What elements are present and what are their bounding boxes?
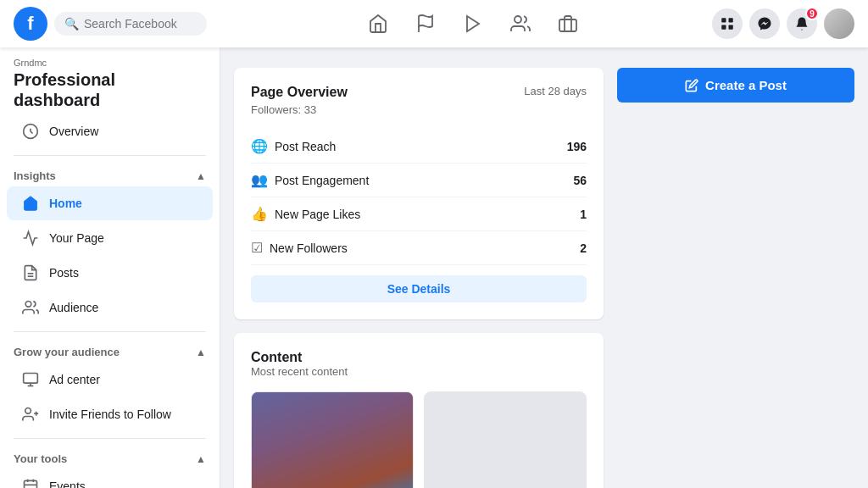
top-nav-right: 9 — [712, 8, 854, 39]
stat-post-engagement: 👥 Post Engagement 56 — [251, 164, 587, 197]
stat-left: 👥 Post Engagement — [251, 172, 369, 188]
content-grid: Posts See Posts Ads See Ads — [251, 391, 587, 488]
sidebar-item-overview[interactable]: Overview — [7, 114, 213, 148]
grow-section-label: Grow your audience — [14, 346, 120, 358]
insights-section-header[interactable]: Insights ▲ — [0, 163, 220, 186]
grow-section-header[interactable]: Grow your audience ▲ — [0, 339, 220, 362]
stat-left: ☑ New Followers — [251, 240, 348, 256]
top-nav-left: f 🔍 — [14, 7, 234, 41]
stat-new-followers: ☑ New Followers 2 — [251, 231, 587, 265]
card-header: Page Overview Last 28 days — [251, 85, 587, 100]
edit-icon — [685, 79, 698, 92]
nav-people-icon[interactable] — [500, 3, 541, 44]
svg-rect-3 — [559, 19, 576, 31]
overview-label: Overview — [49, 125, 98, 138]
sidebar-item-adcenter[interactable]: Ad center — [7, 363, 213, 396]
posts-thumbnail — [252, 392, 413, 488]
grow-chevron-icon: ▲ — [196, 347, 206, 358]
svg-marker-1 — [467, 16, 479, 31]
sidebar-item-audience[interactable]: Audience — [7, 291, 213, 324]
svg-point-15 — [25, 408, 31, 414]
sidebar-item-invitefriends[interactable]: Invite Friends to Follow — [7, 397, 213, 431]
posts-thumbnail-image — [252, 392, 413, 488]
followers-count: Followers: 33 — [251, 103, 587, 116]
stat-post-reach: 🌐 Post Reach 196 — [251, 130, 587, 164]
svg-point-11 — [25, 302, 31, 308]
svg-rect-4 — [721, 18, 726, 22]
nav-store-icon[interactable] — [548, 3, 588, 44]
insights-chevron-icon: ▲ — [196, 170, 206, 182]
yourpage-label: Your Page — [49, 231, 104, 245]
invitefriends-label: Invite Friends to Follow — [49, 408, 171, 421]
post-engagement-value: 56 — [573, 174, 587, 187]
grid-button[interactable] — [712, 8, 743, 39]
posts-icon — [20, 263, 41, 283]
search-bar[interactable]: 🔍 — [54, 12, 207, 36]
stat-page-likes: 👍 New Page Likes 1 — [251, 197, 587, 231]
tools-divider — [14, 438, 206, 439]
page-likes-label: New Page Likes — [275, 208, 360, 221]
ads-thumbnail — [425, 392, 586, 488]
page-overview-card: Page Overview Last 28 days Followers: 33… — [234, 68, 604, 319]
invitefriends-icon — [20, 404, 41, 424]
people-icon: 👥 — [251, 172, 268, 188]
date-range: Last 28 days — [524, 85, 587, 97]
stat-left: 🌐 Post Reach — [251, 138, 336, 154]
adcenter-label: Ad center — [49, 373, 100, 386]
post-reach-label: Post Reach — [275, 140, 336, 153]
post-reach-value: 196 — [567, 140, 587, 153]
facebook-logo[interactable]: f — [14, 7, 47, 41]
tools-section-label: Your tools — [14, 452, 67, 465]
content-card: Content Most recent content Posts See Po… — [234, 333, 604, 488]
sidebar-item-home[interactable]: Home — [7, 186, 213, 220]
check-icon: ☑ — [251, 240, 263, 256]
nav-flag-icon[interactable] — [405, 3, 446, 44]
main-content: Page Overview Last 28 days Followers: 33… — [220, 47, 868, 488]
tools-section-header[interactable]: Your tools ▲ — [0, 446, 220, 469]
yourpage-icon — [20, 228, 41, 248]
home-label: Home — [49, 197, 82, 210]
svg-rect-12 — [24, 374, 38, 384]
notifications-button[interactable]: 9 — [787, 8, 817, 39]
notification-badge: 9 — [805, 7, 819, 20]
create-post-button[interactable]: Create a Post — [617, 68, 854, 103]
search-input[interactable] — [84, 17, 197, 30]
post-engagement-label: Post Engagement — [275, 174, 369, 187]
svg-rect-7 — [729, 25, 733, 30]
avatar[interactable] — [824, 8, 854, 39]
sidebar-item-posts[interactable]: Posts — [7, 256, 213, 290]
create-post-label: Create a Post — [705, 78, 787, 92]
globe-icon: 🌐 — [251, 138, 268, 154]
svg-rect-5 — [729, 18, 733, 22]
main-right: Create a Post — [617, 68, 854, 468]
sidebar-item-events[interactable]: Events — [7, 469, 213, 488]
nav-home-icon[interactable] — [358, 3, 398, 44]
page-name: Grndmc — [14, 58, 206, 68]
adcenter-icon — [20, 369, 41, 390]
sidebar-item-yourpage[interactable]: Your Page — [7, 221, 213, 255]
audience-label: Audience — [49, 301, 98, 314]
thumbsup-icon: 👍 — [251, 206, 268, 222]
nav-video-icon[interactable] — [453, 3, 493, 44]
home-icon — [20, 193, 41, 214]
sidebar: Grndmc Professional dashboard Overview I… — [0, 47, 220, 488]
messenger-button[interactable] — [749, 8, 780, 39]
new-followers-label: New Followers — [270, 241, 348, 255]
see-details-button[interactable]: See Details — [251, 275, 587, 302]
audience-icon — [20, 297, 41, 318]
insights-divider — [14, 155, 206, 156]
svg-point-2 — [515, 16, 521, 23]
svg-rect-6 — [721, 25, 726, 30]
overview-icon — [20, 121, 41, 141]
content-subtitle: Most recent content — [251, 365, 587, 378]
main-layout: Grndmc Professional dashboard Overview I… — [0, 47, 868, 488]
content-posts-item[interactable]: Posts See Posts — [251, 391, 414, 488]
content-ads-item[interactable]: Ads See Ads — [424, 391, 587, 488]
tools-chevron-icon: ▲ — [196, 453, 206, 465]
posts-label: Posts — [49, 266, 79, 280]
events-icon — [20, 476, 41, 488]
sidebar-header: Grndmc Professional dashboard — [0, 47, 220, 114]
insights-section-label: Insights — [14, 169, 56, 182]
content-title: Content — [251, 350, 587, 365]
top-nav: f 🔍 9 — [0, 0, 868, 47]
